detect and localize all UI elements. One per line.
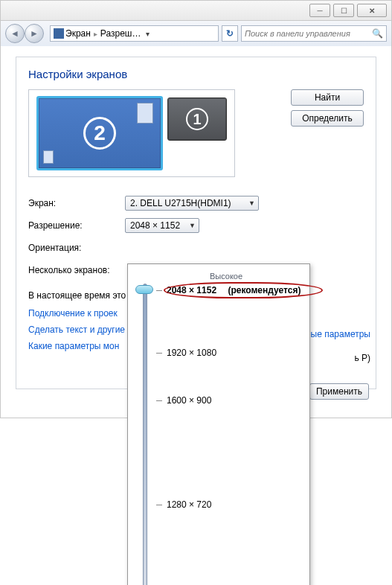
search-box[interactable]: 🔍 <box>241 25 387 42</box>
refresh-icon: ↻ <box>226 28 234 39</box>
display-combo[interactable]: 2. DELL U2715H(HDMI1) ▼ <box>125 196 259 211</box>
window-titlebar: ─ ☐ ✕ <box>0 0 392 21</box>
maximize-icon: ☐ <box>341 7 347 15</box>
window-thumbnail-icon <box>137 103 153 124</box>
chevron-right-icon: ▸ <box>92 30 99 38</box>
forward-icon: ► <box>30 28 39 39</box>
back-button[interactable]: ◄ <box>5 24 25 43</box>
explorer-toolbar: ◄ ► Экран ▸ Разреш… ▾ ↻ 🔍 <box>0 21 392 46</box>
monitor-preview[interactable]: 2 1 <box>28 89 235 177</box>
monitor-number: 1 <box>186 108 208 130</box>
detect-button[interactable]: Определить <box>291 110 364 127</box>
search-input[interactable] <box>245 29 372 38</box>
back-icon: ◄ <box>10 28 19 39</box>
slider-thumb[interactable] <box>135 285 153 294</box>
search-icon: 🔍 <box>372 28 383 39</box>
page-title: Настройки экранов <box>28 68 364 80</box>
resolution-option[interactable]: 1920 × 1080 <box>156 348 216 358</box>
breadcrumb-item[interactable]: Экран <box>65 28 91 39</box>
resolution-combo[interactable]: 2048 × 1152 ▼ <box>125 218 199 233</box>
minimize-button[interactable]: ─ <box>309 4 330 17</box>
monitor-1[interactable]: 1 <box>167 98 227 141</box>
text-fragment: ь P) <box>354 353 370 363</box>
forward-button[interactable]: ► <box>25 24 44 43</box>
chevron-down-icon: ▼ <box>248 199 255 207</box>
maximize-button[interactable]: ☐ <box>333 4 354 17</box>
breadcrumb-dropdown[interactable]: ▾ <box>142 30 152 38</box>
close-button[interactable]: ✕ <box>357 4 387 17</box>
slider-track <box>143 284 147 585</box>
close-icon: ✕ <box>369 7 375 15</box>
chevron-down-icon: ▼ <box>189 222 196 229</box>
resolution-label: Разрешение: <box>28 220 125 231</box>
window-thumbnail-icon <box>43 150 54 164</box>
find-button[interactable]: Найти <box>291 89 364 106</box>
display-value: 2. DELL U2715H(HDMI1) <box>130 198 231 208</box>
breadcrumb[interactable]: Экран ▸ Разреш… ▾ <box>50 25 219 42</box>
apply-button[interactable]: Применить <box>309 383 369 400</box>
monitor-2[interactable]: 2 <box>36 96 163 170</box>
refresh-button[interactable]: ↻ <box>222 25 238 42</box>
resolution-options: 2048 × 1152 (рекомендуется) 1920 × 1080 … <box>156 284 303 585</box>
resolution-option[interactable]: 1600 × 900 <box>156 395 211 406</box>
window-body: Настройки экранов 2 1 Найти Определить Э… <box>0 46 392 418</box>
orientation-label: Ориентация: <box>28 243 125 253</box>
slider-top-label: Высокое <box>149 272 303 281</box>
display-label: Экран: <box>28 198 125 208</box>
resolution-dropdown-popup: Высокое 2048 × 1152 (рекомендуется) 1920… <box>127 263 310 585</box>
resolution-option[interactable]: 1280 × 720 <box>156 499 211 510</box>
monitor-number: 2 <box>83 117 116 150</box>
minimize-icon: ─ <box>317 7 322 15</box>
location-icon <box>54 28 64 39</box>
multiple-displays-label: Несколько экранов: <box>28 265 125 275</box>
resolution-option-recommended[interactable]: 2048 × 1152 (рекомендуется) <box>156 285 301 295</box>
resolution-slider[interactable] <box>134 284 156 585</box>
breadcrumb-item[interactable]: Разреш… <box>100 28 141 39</box>
resolution-value: 2048 × 1152 <box>130 220 180 231</box>
